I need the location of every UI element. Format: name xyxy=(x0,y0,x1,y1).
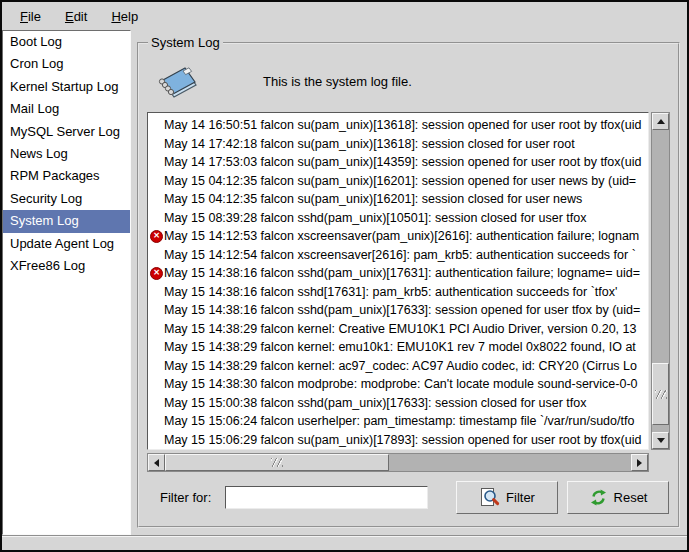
log-line: May 14 17:53:03 falcon su(pam_unix)[1435… xyxy=(148,153,648,172)
sidebar-item-system-log[interactable]: System Log xyxy=(3,210,130,232)
horizontal-scrollbar-track[interactable] xyxy=(165,454,631,471)
log-line: May 15 14:38:16 falcon sshd(pam_unix)[17… xyxy=(148,301,648,320)
refresh-arrows-icon xyxy=(589,488,608,507)
grip-icon xyxy=(271,458,283,467)
log-line: May 14 16:50:51 falcon su(pam_unix)[1361… xyxy=(148,116,648,135)
reset-button[interactable]: Reset xyxy=(567,481,669,514)
log-line: May 15 14:38:29 falcon kernel: emu10k1: … xyxy=(148,338,648,357)
scroll-down-button[interactable] xyxy=(652,432,669,449)
log-line: May 15 15:06:24 falcon userhelper: pam_t… xyxy=(148,412,648,431)
log-scroll-region: May 14 16:50:51 falcon su(pam_unix)[1361… xyxy=(147,112,670,472)
sidebar-item-xfree86-log[interactable]: XFree86 Log xyxy=(3,255,130,277)
right-arrow-icon xyxy=(637,459,646,467)
down-arrow-icon xyxy=(657,438,665,447)
log-line: May 15 14:38:29 falcon kernel: ac97_code… xyxy=(148,357,648,376)
sidebar-item-security-log[interactable]: Security Log xyxy=(3,188,130,210)
menu-bar: File Edit Help xyxy=(2,2,687,30)
log-line: May 15 14:12:54 falcon xscreensaver[2616… xyxy=(148,246,648,265)
log-line: May 15 14:38:16 falcon sshd[17631]: pam_… xyxy=(148,283,648,302)
log-line: May 15 04:12:35 falcon su(pam_unix)[1620… xyxy=(148,190,648,209)
magnifier-document-icon xyxy=(479,487,500,508)
system-logs-window: File Edit Help Boot Log Cron Log Kernel … xyxy=(0,0,689,552)
log-line: May 15 14:38:30 falcon modprobe: modprob… xyxy=(148,375,648,394)
filter-button[interactable]: Filter xyxy=(456,481,558,514)
log-line: May 15 04:12:35 falcon su(pam_unix)[1620… xyxy=(148,172,648,191)
content-area: Boot Log Cron Log Kernel Startup Log Mai… xyxy=(2,30,687,535)
log-book-icon xyxy=(153,61,197,101)
filter-bar: Filter for: Filter xyxy=(147,472,670,518)
log-header: This is the system log file. xyxy=(147,50,670,112)
log-line: May 15 08:39:28 falcon sshd(pam_unix)[10… xyxy=(148,209,648,228)
vertical-scrollbar[interactable] xyxy=(651,112,670,450)
sidebar-item-mail-log[interactable]: Mail Log xyxy=(3,98,130,120)
menu-edit[interactable]: Edit xyxy=(53,5,99,28)
log-line-error: May 15 14:12:53 falcon xscreensaver(pam_… xyxy=(148,227,648,246)
sidebar-item-update-agent-log[interactable]: Update Agent Log xyxy=(3,233,130,255)
main-panel: System Log This is the system log file. xyxy=(131,30,687,535)
log-line: May 15 15:00:38 falcon sshd(pam_unix)[17… xyxy=(148,394,648,413)
horizontal-scrollbar-thumb[interactable] xyxy=(165,454,389,471)
log-line-error: May 15 14:38:16 falcon sshd(pam_unix)[17… xyxy=(148,264,648,283)
scroll-left-button[interactable] xyxy=(148,454,165,471)
sidebar-item-news-log[interactable]: News Log xyxy=(3,143,130,165)
error-icon xyxy=(150,267,163,280)
status-bar xyxy=(2,535,687,550)
log-line: May 14 17:42:18 falcon su(pam_unix)[1361… xyxy=(148,135,648,154)
up-arrow-icon xyxy=(657,115,665,124)
scroll-right-button[interactable] xyxy=(631,454,648,471)
groupbox-title: System Log xyxy=(148,35,223,50)
log-line: May 15 14:38:29 falcon kernel: Creative … xyxy=(148,320,648,339)
log-description: This is the system log file. xyxy=(263,74,412,89)
vertical-scrollbar-track[interactable] xyxy=(652,130,669,432)
menu-file[interactable]: File xyxy=(8,5,53,28)
sidebar-item-rpm-packages[interactable]: RPM Packages xyxy=(3,165,130,187)
menu-help[interactable]: Help xyxy=(99,5,150,28)
sidebar-item-mysql-server-log[interactable]: MySQL Server Log xyxy=(3,121,130,143)
filter-input[interactable] xyxy=(225,486,428,509)
sidebar-item-boot-log[interactable]: Boot Log xyxy=(3,31,130,53)
scroll-up-button[interactable] xyxy=(652,113,669,130)
system-log-groupbox: System Log This is the system log file. xyxy=(137,35,680,528)
log-text-area[interactable]: May 14 16:50:51 falcon su(pam_unix)[1361… xyxy=(147,112,649,450)
error-icon xyxy=(150,230,163,243)
grip-icon xyxy=(655,390,667,399)
horizontal-scrollbar[interactable] xyxy=(147,453,649,472)
left-arrow-icon xyxy=(150,459,159,467)
sidebar-item-cron-log[interactable]: Cron Log xyxy=(3,53,130,75)
filter-label: Filter for: xyxy=(160,490,211,505)
log-type-list: Boot Log Cron Log Kernel Startup Log Mai… xyxy=(2,30,131,535)
scrollbar-corner xyxy=(651,453,670,472)
log-line: May 15 15:06:29 falcon su(pam_unix)[1789… xyxy=(148,431,648,450)
sidebar-item-kernel-startup-log[interactable]: Kernel Startup Log xyxy=(3,76,130,98)
vertical-scrollbar-thumb[interactable] xyxy=(652,363,669,425)
